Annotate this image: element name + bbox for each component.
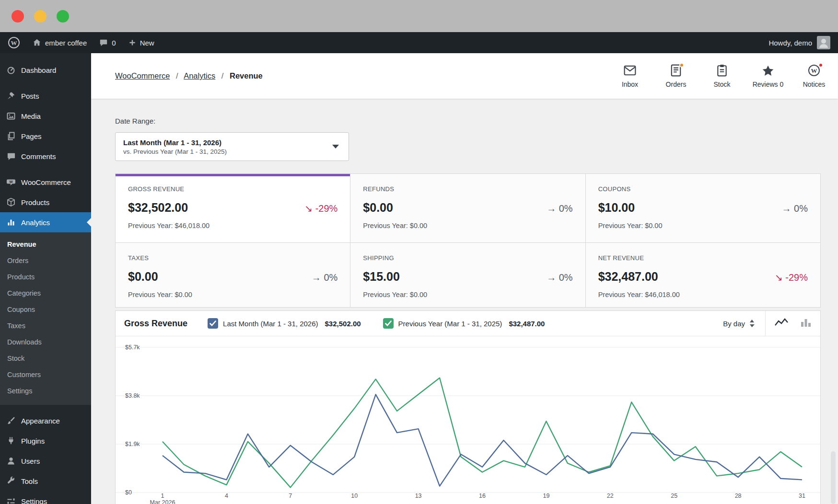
woocommerce-icon: W <box>6 177 16 187</box>
pages-icon <box>6 131 16 141</box>
sidebar-item-analytics[interactable]: Analytics <box>0 212 91 232</box>
sidebar-item-woocommerce[interactable]: W WooCommerce <box>0 172 91 192</box>
submenu-item-categories[interactable]: Categories <box>0 285 91 301</box>
submenu-item-stock[interactable]: Stock <box>0 350 91 367</box>
breadcrumb-separator: / <box>221 71 224 80</box>
sidebar-item-label: Pages <box>21 132 42 140</box>
summary-card-net-revenue[interactable]: NET REVENUE $32,487.00 ↘ -29% Previous Y… <box>586 243 821 308</box>
legend-last-month[interactable]: Last Month (Mar 1 - 31, 2026) $32,502.00 <box>208 318 361 329</box>
zoom-window-button[interactable] <box>57 10 69 23</box>
avatar <box>817 36 830 49</box>
submenu-item-orders[interactable]: Orders <box>0 252 91 269</box>
sidebar-item-media[interactable]: Media <box>0 106 91 126</box>
minimize-window-button[interactable] <box>34 10 47 23</box>
legend-total: $32,502.00 <box>325 320 361 328</box>
sidebar-item-posts[interactable]: Posts <box>0 86 91 106</box>
stock-clipboard-icon <box>717 64 727 77</box>
sidebar-item-label: Comments <box>21 152 56 160</box>
chart-controls: By day <box>712 311 820 336</box>
page-header: WooCommerce / Analytics / Revenue Inbox <box>91 53 838 99</box>
close-window-button[interactable] <box>12 10 24 23</box>
card-trend: → 0% <box>547 203 572 214</box>
activity-stock[interactable]: Stock <box>699 64 745 88</box>
plug-icon <box>6 436 16 446</box>
new-content-menu[interactable]: New <box>128 39 154 47</box>
howdy-text: Howdy, demo <box>768 39 812 47</box>
submenu-item-coupons[interactable]: Coupons <box>0 301 91 318</box>
page-title: Revenue <box>230 71 263 80</box>
gross-revenue-chart-panel: Gross Revenue Last Month (Mar 1 - 31, 20… <box>115 310 821 504</box>
main-content: WooCommerce / Analytics / Revenue Inbox <box>91 53 838 504</box>
activity-notices[interactable]: W Notices <box>791 64 837 88</box>
interval-selector[interactable]: By day <box>712 319 765 328</box>
sidebar-item-plugins[interactable]: Plugins <box>0 431 91 451</box>
svg-text:16: 16 <box>479 493 486 499</box>
activity-reviews[interactable]: Reviews 0 <box>745 64 791 88</box>
sidebar-item-comments[interactable]: Comments <box>0 146 91 166</box>
checkmark-icon <box>385 321 392 326</box>
home-icon <box>33 38 41 47</box>
chart-type-toggle <box>766 317 820 330</box>
svg-text:10: 10 <box>351 493 358 499</box>
activity-label: Inbox <box>622 80 638 88</box>
submenu-item-revenue[interactable]: Revenue <box>0 236 91 252</box>
bar-chart-toggle[interactable] <box>800 317 812 330</box>
legend-checkbox-previous-year[interactable] <box>383 318 394 329</box>
activity-orders[interactable]: Orders <box>653 64 699 88</box>
svg-text:W: W <box>811 67 817 74</box>
legend-previous-year[interactable]: Previous Year (Mar 1 - 31, 2025) $32,487… <box>383 318 545 329</box>
sidebar-item-dashboard[interactable]: Dashboard <box>0 60 91 80</box>
line-chart-toggle[interactable] <box>774 317 789 330</box>
card-value: $15.00 <box>363 270 399 284</box>
activity-label: Reviews 0 <box>753 80 784 88</box>
menu-separator <box>0 166 91 172</box>
summary-card-gross-revenue[interactable]: GROSS REVENUE $32,502.00 ↘ -29% Previous… <box>116 174 350 243</box>
admin-sidebar: Dashboard Posts Media Pages Comments W W… <box>0 53 91 504</box>
wordpress-logo-menu[interactable]: W <box>8 36 20 49</box>
scrollbar-thumb[interactable] <box>831 451 836 504</box>
card-value: $32,487.00 <box>598 270 658 284</box>
submenu-item-products[interactable]: Products <box>0 269 91 285</box>
activity-inbox[interactable]: Inbox <box>607 64 653 88</box>
package-icon <box>6 197 16 207</box>
breadcrumb-link-analytics[interactable]: Analytics <box>184 71 215 80</box>
site-name: ember coffee <box>45 39 87 47</box>
user-icon <box>6 456 16 466</box>
analytics-submenu: RevenueOrdersProductsCategoriesCouponsTa… <box>0 232 91 405</box>
card-label: REFUNDS <box>363 185 572 193</box>
checkmark-icon <box>210 321 216 326</box>
card-previous: Previous Year: $46,018.00 <box>128 222 338 229</box>
card-label: GROSS REVENUE <box>128 185 338 193</box>
sidebar-item-settings[interactable]: Settings <box>0 491 91 504</box>
summary-card-coupons[interactable]: COUPONS $10.00 → 0% Previous Year: $0.00 <box>586 174 821 243</box>
card-value: $0.00 <box>128 270 158 284</box>
svg-text:$1.9k: $1.9k <box>125 441 140 447</box>
comments-shortcut[interactable]: 0 <box>99 38 116 47</box>
submenu-item-taxes[interactable]: Taxes <box>0 318 91 334</box>
summary-card-shipping[interactable]: SHIPPING $15.00 → 0% Previous Year: $0.0… <box>350 243 585 308</box>
legend-checkbox-last-month[interactable] <box>208 318 218 329</box>
card-previous: Previous Year: $0.00 <box>363 222 572 229</box>
sidebar-item-products[interactable]: Products <box>0 192 91 212</box>
sidebar-item-users[interactable]: Users <box>0 451 91 471</box>
svg-text:$0: $0 <box>125 489 132 496</box>
svg-text:$5.7k: $5.7k <box>125 344 140 351</box>
site-name-link[interactable]: ember coffee <box>33 38 87 47</box>
date-range-dropdown[interactable]: Last Month (Mar 1 - 31, 2026) vs. Previo… <box>115 132 349 161</box>
summary-card-refunds[interactable]: REFUNDS $0.00 → 0% Previous Year: $0.00 <box>350 174 585 243</box>
activity-panel: Inbox Orders Stock <box>607 64 837 88</box>
breadcrumb-link-woocommerce[interactable]: WooCommerce <box>115 71 170 80</box>
comment-bubble-icon <box>99 38 108 47</box>
account-menu[interactable]: Howdy, demo <box>768 36 830 49</box>
summary-card-taxes[interactable]: TAXES $0.00 → 0% Previous Year: $0.00 <box>116 243 350 308</box>
sidebar-item-tools[interactable]: Tools <box>0 471 91 491</box>
submenu-item-settings[interactable]: Settings <box>0 383 91 399</box>
submenu-item-downloads[interactable]: Downloads <box>0 334 91 350</box>
svg-text:28: 28 <box>735 493 742 499</box>
sidebar-item-appearance[interactable]: Appearance <box>0 411 91 431</box>
submenu-item-customers[interactable]: Customers <box>0 367 91 383</box>
card-trend: ↘ -29% <box>775 272 808 283</box>
sidebar-item-pages[interactable]: Pages <box>0 126 91 146</box>
wrench-icon <box>6 476 16 486</box>
date-range-secondary: vs. Previous Year (Mar 1 - 31, 2025) <box>123 148 227 155</box>
